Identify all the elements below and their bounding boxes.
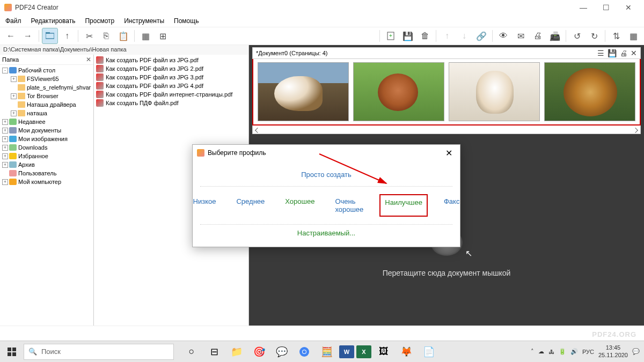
- tree-expand-icon[interactable]: +: [11, 93, 17, 99]
- tree-expand-icon[interactable]: +: [2, 153, 8, 159]
- tree-item[interactable]: plate_s_relefnymi_shvar: [0, 83, 93, 92]
- dialog-close-icon[interactable]: ✕: [442, 148, 456, 158]
- menu-file[interactable]: Файл: [5, 17, 21, 25]
- paste-icon[interactable]: 📋: [115, 28, 131, 44]
- print-icon[interactable]: 🖨: [530, 28, 546, 44]
- tree-item[interactable]: +Tor Browser: [0, 92, 93, 100]
- quality-very-good[interactable]: Очень хорошее: [331, 194, 368, 217]
- tree-item[interactable]: +Мой компьютер: [0, 178, 93, 186]
- move-down-icon[interactable]: ↓: [456, 28, 472, 44]
- path-bar[interactable]: D:\Системная папка\Документы\Новая папка: [0, 45, 248, 55]
- excel-icon[interactable]: X: [356, 345, 371, 358]
- tray-notifications-icon[interactable]: 💬: [632, 348, 640, 355]
- tree-expand-icon[interactable]: [2, 171, 8, 176]
- tree-expand-icon[interactable]: +: [11, 76, 17, 82]
- tree-expand-icon[interactable]: +: [2, 179, 8, 185]
- doc-save-icon[interactable]: 💾: [608, 49, 617, 57]
- tray-language[interactable]: РУС: [582, 349, 594, 355]
- tree-expand-icon[interactable]: +: [2, 128, 8, 134]
- cut-icon[interactable]: ✂: [81, 28, 97, 44]
- just-create-button[interactable]: Просто создать: [200, 166, 452, 187]
- file-item[interactable]: Как создать PDF файл интернет-страницы.p…: [94, 90, 248, 99]
- doc-print-icon[interactable]: 🖨: [620, 49, 627, 57]
- page-thumbnail[interactable]: [544, 62, 635, 121]
- tree-item[interactable]: +Downloads: [0, 143, 93, 152]
- app-icon-1[interactable]: 🎯: [249, 342, 269, 361]
- nav-forward-icon[interactable]: →: [20, 28, 36, 44]
- fax-icon[interactable]: 📠: [547, 28, 563, 44]
- explorer-icon[interactable]: 📁: [226, 342, 247, 361]
- maximize-button[interactable]: ☐: [595, 1, 617, 14]
- tree-close-icon[interactable]: ✕: [86, 56, 91, 63]
- tree-item[interactable]: +Мои изображения: [0, 135, 93, 143]
- minimize-button[interactable]: ―: [572, 1, 595, 14]
- tree-expand-icon[interactable]: -: [2, 68, 8, 73]
- tree-expand-icon[interactable]: +: [11, 110, 17, 116]
- grid-small-icon[interactable]: ▦: [137, 28, 153, 44]
- email-icon[interactable]: ✉: [513, 28, 529, 44]
- link-icon[interactable]: 🔗: [473, 28, 489, 44]
- file-item[interactable]: Как создать PDF файл из JPG 3.pdf: [94, 73, 248, 82]
- page-thumbnail[interactable]: [258, 62, 349, 121]
- tree-item[interactable]: +FSViewer65: [0, 75, 93, 83]
- menu-help[interactable]: Помощь: [174, 17, 199, 25]
- page-thumbnail[interactable]: [353, 62, 444, 121]
- copy-icon[interactable]: ⎘: [98, 28, 114, 44]
- tree-item[interactable]: Наташа драйвера: [0, 100, 93, 109]
- start-button[interactable]: [0, 341, 24, 363]
- viber-icon[interactable]: 💬: [272, 342, 292, 361]
- nav-up-icon[interactable]: ↑: [59, 28, 75, 44]
- tray-expand-icon[interactable]: ˄: [531, 348, 534, 355]
- taskview-icon[interactable]: ⊟: [204, 342, 224, 361]
- new-doc-icon[interactable]: +: [383, 28, 399, 44]
- cortana-icon[interactable]: ○: [181, 342, 202, 361]
- tree-expand-icon[interactable]: +: [2, 136, 8, 142]
- quality-good[interactable]: Хорошее: [281, 194, 319, 217]
- tray-battery-icon[interactable]: 🔋: [559, 348, 566, 355]
- tree-item[interactable]: +Избранное: [0, 152, 93, 160]
- app-icon-2[interactable]: 🖼: [374, 342, 394, 361]
- file-item[interactable]: Как создать PDF файл из JPG.pdf: [94, 56, 248, 64]
- move-up-icon[interactable]: ↑: [439, 28, 455, 44]
- tree-expand-icon[interactable]: [11, 85, 17, 91]
- rotate-left-icon[interactable]: ↺: [569, 28, 585, 44]
- delete-icon[interactable]: 🗑: [417, 28, 433, 44]
- explorer-view-icon[interactable]: [42, 28, 58, 44]
- menu-view[interactable]: Просмотр: [85, 17, 114, 25]
- tray-volume-icon[interactable]: 🔊: [570, 348, 578, 355]
- quality-fax[interactable]: Факс: [440, 194, 464, 217]
- quality-custom[interactable]: Настраиваемый...: [193, 225, 460, 241]
- file-item[interactable]: Как создать ПДФ файл.pdf: [94, 99, 248, 107]
- pdf24-taskbar-icon[interactable]: 📄: [419, 342, 439, 361]
- menu-edit[interactable]: Редактировать: [31, 17, 76, 25]
- tree-expand-icon[interactable]: +: [2, 145, 8, 151]
- preview-icon[interactable]: 👁: [495, 28, 511, 44]
- tree-item[interactable]: -Рабочий стол: [0, 66, 93, 75]
- save-icon[interactable]: 💾: [400, 28, 416, 44]
- tree-item[interactable]: Пользователь: [0, 169, 93, 178]
- tree-item[interactable]: +Архив: [0, 160, 93, 169]
- tray-onedrive-icon[interactable]: ☁: [538, 348, 544, 355]
- tree-expand-icon[interactable]: +: [2, 119, 8, 125]
- tree-item[interactable]: +Мои документы: [0, 126, 93, 135]
- rotate-right-icon[interactable]: ↻: [586, 28, 602, 44]
- app-icon-3[interactable]: 🦊: [396, 342, 416, 361]
- thumbnails-scrollbar[interactable]: [252, 125, 641, 134]
- quality-medium[interactable]: Среднее: [232, 194, 269, 217]
- tray-network-icon[interactable]: 🖧: [548, 349, 554, 355]
- tree-item[interactable]: +Недавнее: [0, 117, 93, 126]
- sort-icon[interactable]: ⇅: [608, 28, 624, 44]
- tray-clock[interactable]: 13:45 25.11.2020: [598, 344, 628, 358]
- tree-item[interactable]: +наташа: [0, 109, 93, 117]
- chrome-icon[interactable]: [294, 342, 314, 361]
- page-thumbnail[interactable]: [449, 62, 540, 121]
- taskbar-search[interactable]: 🔍 Поиск: [24, 344, 174, 360]
- word-icon[interactable]: W: [339, 345, 354, 358]
- doc-close-icon[interactable]: ✕: [631, 49, 637, 57]
- thumbnails-icon[interactable]: ▦: [625, 28, 641, 44]
- quality-low[interactable]: Низкое: [189, 194, 221, 217]
- quality-best[interactable]: Наилучшее: [379, 194, 428, 217]
- file-item[interactable]: Как создать PDF файл из JPG 4.pdf: [94, 82, 248, 90]
- menu-tools[interactable]: Инструменты: [124, 17, 164, 25]
- doc-menu-icon[interactable]: ☰: [597, 49, 604, 57]
